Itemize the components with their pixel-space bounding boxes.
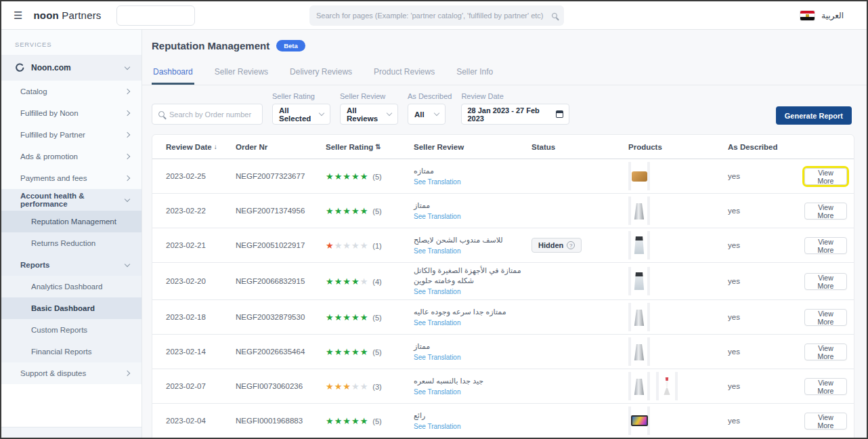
sidebar-item-fulfilled-by-partner[interactable]: Fulfilled by Partner bbox=[1, 124, 142, 146]
as-described-dropdown[interactable]: All bbox=[408, 104, 446, 125]
see-translation-link[interactable]: See Translation bbox=[414, 212, 531, 222]
view-more-button[interactable]: View More bbox=[804, 273, 847, 290]
header-selector-box[interactable] bbox=[116, 5, 195, 26]
view-more-button[interactable]: View More bbox=[804, 378, 847, 395]
review-date: 2023-02-18 bbox=[166, 313, 236, 321]
view-more-button[interactable]: View More bbox=[804, 413, 847, 430]
search-icon bbox=[552, 13, 557, 18]
review-date: 2023-02-14 bbox=[166, 348, 236, 356]
review-date-range-picker[interactable]: 28 Jan 2023 - 27 Feb 2023 bbox=[461, 104, 569, 125]
see-translation-link[interactable]: See Translation bbox=[414, 353, 531, 362]
page-search[interactable] bbox=[309, 5, 564, 26]
see-translation-link[interactable]: See Translation bbox=[414, 247, 531, 256]
sidebar-item-ads-promotion[interactable]: Ads & promotion bbox=[1, 146, 142, 167]
tab-seller-reviews[interactable]: Seller Reviews bbox=[213, 59, 269, 85]
see-translation-link[interactable]: See Translation bbox=[414, 177, 531, 187]
sidebar-item-payments-and-fees[interactable]: Payments and fees bbox=[1, 167, 142, 189]
view-more-button[interactable]: View More bbox=[804, 309, 847, 326]
top-header: ☰ noon Partners العربية bbox=[1, 1, 867, 30]
products-cell bbox=[628, 231, 728, 259]
as-described-value: yes bbox=[728, 241, 804, 249]
view-more-button[interactable]: View More bbox=[804, 168, 847, 185]
order-number: NEGF20066832915 bbox=[236, 277, 326, 285]
order-number: NEGFI0073060236 bbox=[236, 382, 326, 390]
column-header-seller-review: Seller Review bbox=[414, 143, 531, 151]
seller-rating: ★★★★★(4) bbox=[326, 276, 414, 287]
page-search-input[interactable] bbox=[316, 12, 552, 20]
brand-logo[interactable]: noon Partners bbox=[33, 9, 101, 21]
sidebar-item-noon-com[interactable]: Noon.com bbox=[1, 55, 142, 81]
seller-review: ممتازSee Translation bbox=[414, 341, 531, 362]
product-thumbnail-steel[interactable] bbox=[628, 196, 650, 225]
chevron-right-icon bbox=[125, 371, 130, 376]
sidebar-item-account-health[interactable]: Account health & performance bbox=[1, 189, 142, 211]
table-row: 2023-02-22 NEGF20071374956 ★★★★★(5) ممتا… bbox=[152, 194, 854, 228]
sidebar-item-fulfilled-by-noon[interactable]: Fulfilled by Noon bbox=[1, 102, 142, 124]
sidebar-item-basic-dashboard[interactable]: Basic Dashboard bbox=[1, 297, 142, 319]
view-more-button[interactable]: View More bbox=[804, 343, 847, 360]
product-thumbnail-tv[interactable] bbox=[628, 406, 650, 435]
rating-count: (5) bbox=[372, 207, 381, 215]
product-thumbnail-toast[interactable] bbox=[628, 162, 650, 190]
sort-descending-icon[interactable]: ↓ bbox=[214, 143, 217, 150]
review-text: ممتازه bbox=[414, 166, 531, 176]
product-thumbnail-steel[interactable] bbox=[628, 337, 650, 366]
star-rating-icons: ★★★★★ bbox=[326, 381, 368, 392]
table-row: 2023-02-07 NEGFI0073060236 ★★★★★(3) جيد … bbox=[152, 369, 854, 404]
see-translation-link[interactable]: See Translation bbox=[414, 287, 531, 297]
see-translation-link[interactable]: See Translation bbox=[414, 422, 531, 432]
review-date: 2023-02-22 bbox=[166, 207, 236, 215]
see-translation-link[interactable]: See Translation bbox=[414, 388, 531, 397]
tab-dashboard[interactable]: Dashboard bbox=[152, 59, 194, 85]
as-described-value: yes bbox=[728, 207, 804, 215]
product-thumbnail-steel[interactable] bbox=[628, 303, 650, 331]
sidebar-item-returns-reduction[interactable]: Returns Reduction bbox=[1, 232, 142, 254]
order-number-search[interactable] bbox=[152, 104, 263, 125]
sidebar-item-reports[interactable]: Reports bbox=[1, 254, 142, 276]
seller-review-dropdown[interactable]: All Reviews bbox=[340, 104, 398, 125]
order-number-search-input[interactable] bbox=[169, 110, 256, 119]
sidebar-item-analytics-dashboard[interactable]: Analytics Dashboard bbox=[1, 276, 142, 297]
sidebar-item-label: Payments and fees bbox=[20, 174, 125, 182]
tab-seller-info[interactable]: Seller Info bbox=[455, 59, 494, 85]
language-label: العربية bbox=[821, 11, 844, 20]
sort-icon[interactable]: ⇅ bbox=[375, 143, 381, 150]
as-described-value: yes bbox=[728, 382, 804, 390]
product-thumbnail-glass[interactable] bbox=[628, 267, 650, 295]
status-badge-hidden[interactable]: Hidden? bbox=[531, 238, 582, 253]
sidebar-item-label: Fulfilled by Partner bbox=[20, 131, 125, 139]
tab-delivery-reviews[interactable]: Delivery Reviews bbox=[288, 59, 353, 85]
table-row: 2023-02-18 NEGF20032879530 ★★★★★(5) ممتا… bbox=[152, 300, 854, 335]
column-header-review-date[interactable]: Review Date↓ bbox=[166, 143, 236, 151]
generate-report-button[interactable]: Generate Report bbox=[776, 106, 852, 125]
language-switch[interactable]: العربية bbox=[800, 11, 854, 20]
column-header-products: Products bbox=[628, 143, 728, 151]
column-header-seller-rating[interactable]: Seller Rating⇅ bbox=[326, 143, 414, 151]
see-translation-link[interactable]: See Translation bbox=[414, 318, 531, 328]
products-cell bbox=[628, 303, 728, 331]
sidebar-item-catalog[interactable]: Catalog bbox=[1, 81, 142, 102]
help-icon[interactable]: ? bbox=[567, 241, 575, 249]
tab-product-reviews[interactable]: Product Reviews bbox=[372, 59, 436, 85]
star-rating-icons: ★★★★★ bbox=[326, 276, 368, 287]
seller-review: ممتازSee Translation bbox=[414, 201, 531, 221]
steel-product-image bbox=[634, 202, 645, 220]
hamburger-menu-icon[interactable]: ☰ bbox=[14, 9, 22, 22]
seller-rating-dropdown[interactable]: All Selected bbox=[272, 104, 330, 125]
view-more-button[interactable]: View More bbox=[804, 237, 847, 254]
review-date: 2023-02-20 bbox=[166, 277, 236, 285]
view-more-button[interactable]: View More bbox=[804, 203, 847, 220]
sidebar-item-support-disputes[interactable]: Support & disputes bbox=[1, 362, 142, 384]
products-cell bbox=[628, 162, 728, 190]
sidebar-item-custom-reports[interactable]: Custom Reports bbox=[1, 319, 142, 341]
column-header-label: Seller Rating bbox=[326, 143, 373, 151]
sidebar-item-reputation-management[interactable]: Reputation Management bbox=[1, 211, 142, 232]
product-thumbnail-glass[interactable] bbox=[628, 231, 650, 259]
table-row: 2023-02-04 NEGFI0001968883 ★★★★★(5) رائع… bbox=[152, 404, 854, 438]
star-rating-icons: ★★★★★ bbox=[326, 241, 368, 251]
order-number: NEGFI0001968883 bbox=[236, 417, 326, 425]
product-thumbnail-steel[interactable] bbox=[628, 372, 650, 400]
sidebar-item-financial-reports[interactable]: Financial Reports bbox=[1, 341, 142, 362]
product-thumbnail-mixer[interactable] bbox=[656, 372, 678, 400]
seller-review-filter-label: Seller Review bbox=[340, 92, 398, 100]
